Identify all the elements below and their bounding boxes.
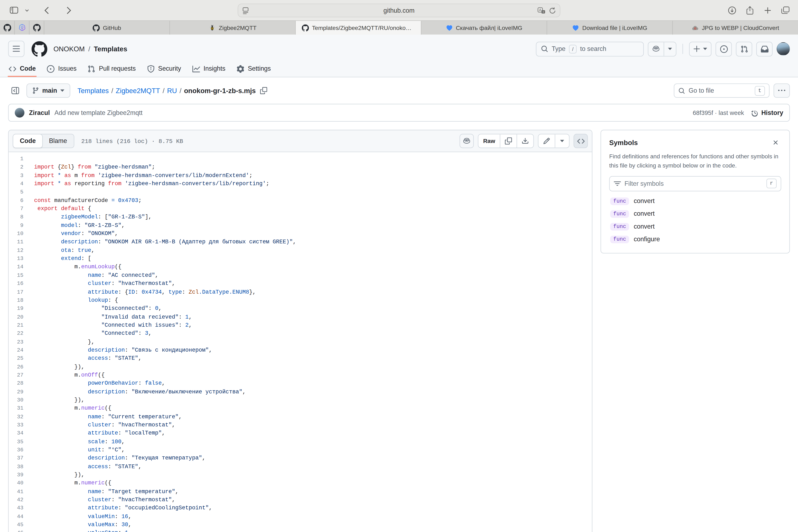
edit-pencil-button[interactable] [538, 134, 555, 148]
line-number[interactable]: 1 [9, 155, 34, 163]
line-number[interactable]: 35 [9, 437, 34, 446]
symbol-item[interactable]: funcconvert [609, 195, 781, 207]
browser-tab[interactable]: Скачать файл| iLoveIMG [421, 21, 547, 35]
commit-message[interactable]: Add new template Zigbee2mqtt [54, 109, 142, 116]
symbols-filter-input[interactable] [625, 180, 763, 187]
sidebar-toggle-icon[interactable] [7, 3, 20, 17]
browser-tab[interactable]: Download file | iLoveIMG [547, 21, 673, 35]
line-number[interactable]: 34 [9, 429, 34, 437]
line-number[interactable]: 38 [9, 462, 34, 471]
line-number[interactable]: 28 [9, 379, 34, 387]
commit-author-avatar[interactable] [15, 108, 24, 118]
line-number[interactable]: 39 [9, 471, 34, 479]
line-number[interactable]: 8 [9, 213, 34, 221]
nav-tab-pull-requests[interactable]: Pull requests [82, 60, 141, 77]
copy-raw-button[interactable] [500, 134, 517, 148]
line-number[interactable]: 31 [9, 404, 34, 413]
line-number[interactable]: 11 [9, 238, 34, 246]
line-number[interactable]: 25 [9, 354, 34, 363]
line-number[interactable]: 40 [9, 479, 34, 487]
line-number[interactable]: 3 [9, 171, 34, 180]
line-number[interactable]: 30 [9, 396, 34, 404]
branch-selector[interactable]: main [26, 83, 70, 98]
line-number[interactable]: 17 [9, 288, 34, 296]
go-to-file-input[interactable]: Go to file t [674, 83, 769, 98]
breadcrumb-link[interactable]: RU [167, 87, 177, 95]
nav-tab-issues[interactable]: Issues [41, 60, 82, 77]
line-number[interactable]: 6 [9, 196, 34, 205]
line-number[interactable]: 42 [9, 496, 34, 504]
line-number[interactable]: 43 [9, 504, 34, 512]
reload-icon[interactable] [549, 7, 556, 14]
copy-path-icon[interactable] [260, 87, 267, 94]
line-number[interactable]: 26 [9, 363, 34, 371]
line-number[interactable]: 12 [9, 246, 34, 254]
line-number[interactable]: 2 [9, 163, 34, 171]
line-number[interactable]: 21 [9, 321, 34, 329]
line-number[interactable]: 5 [9, 188, 34, 196]
global-menu-button[interactable] [8, 41, 24, 57]
line-number[interactable]: 29 [9, 387, 34, 396]
copilot-code-button[interactable] [460, 134, 474, 148]
reader-view-icon[interactable] [242, 7, 249, 14]
line-number[interactable]: 44 [9, 512, 34, 521]
line-number[interactable]: 16 [9, 280, 34, 288]
breadcrumb-link[interactable]: Templates [77, 87, 109, 95]
line-number[interactable]: 4 [9, 180, 34, 188]
pinned-tab[interactable] [30, 21, 44, 35]
raw-button[interactable]: Raw [479, 134, 500, 148]
inbox-button[interactable] [756, 42, 773, 56]
nav-tab-insights[interactable]: Insights [187, 60, 231, 77]
view-tab-blame[interactable]: Blame [42, 134, 74, 148]
breadcrumb-link[interactable]: Zigbee2MQTT [116, 87, 160, 95]
browser-tab[interactable]: Templates/Zigbee2MQTT/RU/onokom-gr-1-zb-… [296, 21, 421, 35]
line-number[interactable]: 10 [9, 230, 34, 238]
address-bar[interactable]: github.com Ax [238, 3, 560, 17]
line-number[interactable]: 27 [9, 371, 34, 379]
symbols-toggle-button[interactable] [574, 134, 588, 148]
tab-overview-icon[interactable] [779, 3, 792, 17]
pull-requests-header-button[interactable] [736, 42, 752, 56]
line-number[interactable]: 37 [9, 454, 34, 462]
back-button[interactable] [40, 3, 53, 17]
user-avatar[interactable] [777, 42, 790, 56]
copilot-dropdown-caret[interactable] [664, 42, 676, 56]
line-number[interactable]: 9 [9, 221, 34, 230]
history-link[interactable]: History [751, 109, 783, 116]
line-number[interactable]: 14 [9, 263, 34, 271]
line-number[interactable]: 32 [9, 413, 34, 421]
line-number[interactable]: 23 [9, 338, 34, 346]
file-tree-toggle-icon[interactable] [8, 83, 22, 98]
line-number[interactable]: 46 [9, 529, 34, 532]
copilot-icon[interactable] [648, 42, 664, 56]
org-link[interactable]: ONOKOM [53, 45, 85, 53]
file-more-options-button[interactable] [774, 83, 790, 98]
forward-button[interactable] [62, 3, 75, 17]
commit-author[interactable]: Ziracul [29, 109, 50, 116]
share-icon[interactable] [743, 3, 757, 17]
line-number[interactable]: 36 [9, 446, 34, 454]
global-search[interactable]: Type / to search [536, 42, 644, 56]
line-number[interactable]: 22 [9, 329, 34, 338]
create-new-button[interactable] [689, 42, 711, 56]
sidebar-chevron-icon[interactable] [23, 3, 31, 17]
issues-header-button[interactable] [716, 42, 732, 56]
line-number[interactable]: 15 [9, 271, 34, 280]
edit-dropdown-caret[interactable] [555, 134, 569, 148]
line-number[interactable]: 24 [9, 346, 34, 354]
line-number[interactable]: 45 [9, 521, 34, 529]
browser-tab[interactable]: JPG to WEBP | CloudConvert [673, 21, 798, 35]
line-number[interactable]: 41 [9, 488, 34, 496]
download-raw-button[interactable] [517, 134, 533, 148]
line-number[interactable]: 13 [9, 254, 34, 263]
commit-sha-time[interactable]: 68f395f · last week [693, 109, 744, 116]
pinned-tab[interactable] [15, 21, 30, 35]
line-number[interactable]: 20 [9, 313, 34, 321]
browser-tab[interactable]: Zigbee2MQTT [170, 21, 296, 35]
line-number[interactable]: 33 [9, 421, 34, 429]
github-logo-icon[interactable] [32, 41, 48, 57]
nav-tab-security[interactable]: Security [141, 60, 187, 77]
line-number[interactable]: 7 [9, 205, 34, 213]
symbol-item[interactable]: funcconvert [609, 220, 781, 233]
view-tab-code[interactable]: Code [13, 134, 43, 148]
